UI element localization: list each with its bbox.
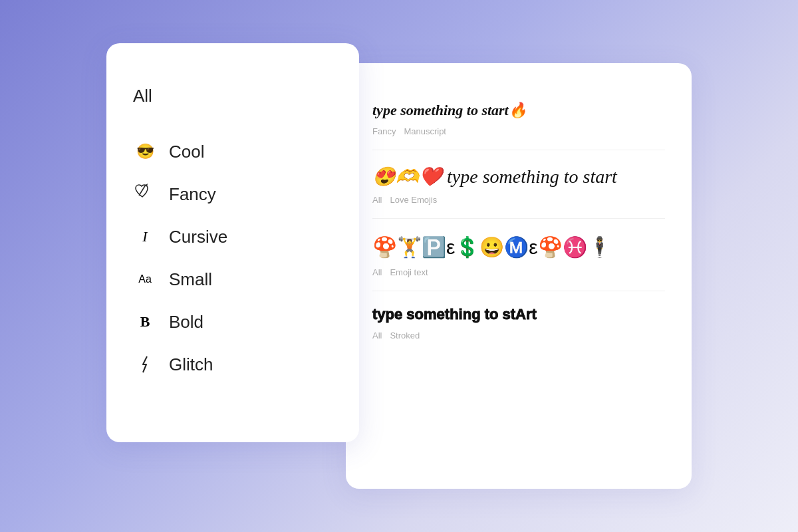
- result-item-love-emojis[interactable]: 😍🫶❤️ type something to start All Love Em…: [372, 150, 665, 219]
- tag-fancy: Fancy: [372, 126, 396, 136]
- result-text-stroked: type something to stArt: [372, 305, 665, 325]
- result-text-emoji-text: 🍄🏋️🅿️ε💲😀Ⓜ️ε🍄♓🕴️: [372, 232, 665, 262]
- sidebar-item-small[interactable]: Aa Small: [133, 258, 332, 301]
- bold-icon: B: [133, 310, 157, 334]
- result-text-love-emojis: 😍🫶❤️ type something to start: [372, 164, 665, 190]
- sidebar-item-label-cool: Cool: [169, 142, 204, 162]
- sidebar-item-label-bold: Bold: [169, 312, 203, 332]
- result-text-manuscript: type something to start🔥: [372, 100, 665, 121]
- result-item-emoji-text[interactable]: 🍄🏋️🅿️ε💲😀Ⓜ️ε🍄♓🕴️ All Emoji text: [372, 219, 665, 291]
- result-item-manuscript[interactable]: type something to start🔥 Fancy Manuscrip…: [372, 87, 665, 150]
- sidebar-item-label-all: All: [133, 76, 152, 118]
- tag-love-emojis: Love Emojis: [390, 195, 437, 205]
- sidebar-item-all[interactable]: All: [133, 67, 332, 130]
- cool-icon: 😎: [133, 140, 157, 164]
- tag-all-emoji: All: [372, 267, 382, 277]
- app-container: All 😎 Cool Fancy I Cursive: [106, 43, 692, 489]
- result-tags-stroked: All Stroked: [372, 331, 665, 340]
- sidebar-item-bold[interactable]: B Bold: [133, 301, 332, 343]
- left-panel: All 😎 Cool Fancy I Cursive: [106, 43, 359, 442]
- tag-stroked: Stroked: [390, 331, 420, 340]
- result-item-stroked[interactable]: type something to stArt All Stroked: [372, 291, 665, 354]
- result-tags-manuscript: Fancy Manuscript: [372, 126, 665, 136]
- sidebar-item-label-cursive: Cursive: [169, 227, 227, 247]
- sidebar-item-fancy[interactable]: Fancy: [133, 173, 332, 215]
- sidebar-item-label-small: Small: [169, 269, 212, 290]
- sidebar-item-cool[interactable]: 😎 Cool: [133, 130, 332, 173]
- result-tags-emoji-text: All Emoji text: [372, 267, 665, 277]
- tag-emoji-text: Emoji text: [390, 267, 428, 277]
- right-panel: type something to start🔥 Fancy Manuscrip…: [346, 63, 692, 489]
- sidebar-item-label-fancy: Fancy: [169, 184, 216, 205]
- tag-all-stroked: All: [372, 331, 382, 340]
- glitch-icon: [133, 352, 157, 376]
- fancy-icon: [133, 182, 157, 206]
- small-icon: Aa: [133, 267, 157, 291]
- sidebar-item-cursive[interactable]: I Cursive: [133, 215, 332, 258]
- tag-all-love: All: [372, 195, 382, 205]
- result-tags-love-emojis: All Love Emojis: [372, 195, 665, 205]
- cursive-icon: I: [133, 225, 157, 249]
- tag-manuscript: Manuscript: [404, 126, 446, 136]
- sidebar-item-label-glitch: Glitch: [169, 354, 213, 375]
- sidebar-item-glitch[interactable]: Glitch: [133, 343, 332, 386]
